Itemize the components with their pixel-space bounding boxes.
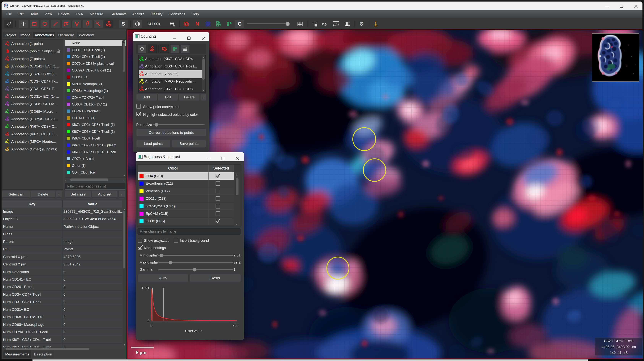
svg-text:0.021: 0.021 <box>141 286 150 290</box>
svg-text:0: 0 <box>150 323 152 327</box>
svg-text:Pixel value: Pixel value <box>185 329 202 333</box>
svg-text:255: 255 <box>232 323 238 327</box>
svg-text:0: 0 <box>148 319 150 323</box>
